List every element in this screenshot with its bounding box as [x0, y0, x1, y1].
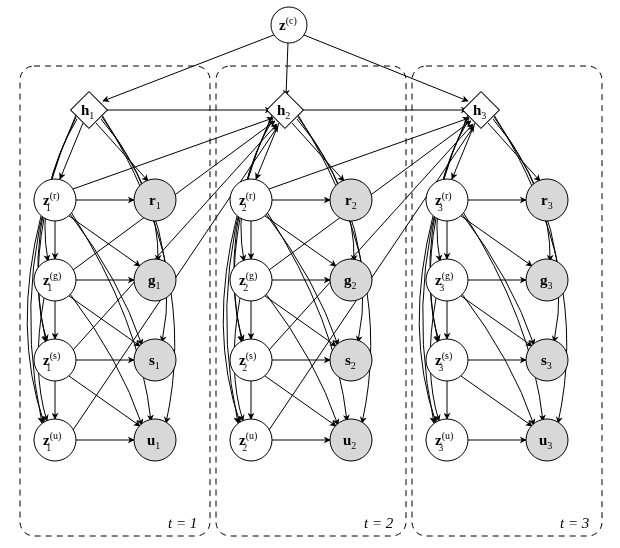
svg-line-0 [103, 33, 279, 101]
svg-line-47 [461, 376, 532, 426]
plate-label-t1: t = 1 [168, 515, 197, 531]
plate-label-t3: t = 3 [560, 515, 589, 531]
svg-line-19 [73, 124, 277, 350]
edges [27, 33, 567, 440]
svg-line-1 [286, 42, 288, 96]
svg-line-21 [256, 123, 279, 179]
svg-line-2 [299, 33, 468, 101]
node-h-1: h1 [71, 92, 108, 129]
svg-line-5 [60, 123, 83, 179]
svg-line-25 [265, 216, 336, 266]
svg-line-38 [488, 123, 540, 181]
plate-label-t2: t = 2 [364, 515, 394, 531]
svg-line-37 [452, 123, 475, 179]
svg-line-9 [69, 216, 140, 266]
svg-line-35 [269, 124, 473, 350]
graphical-model-diagram: z(c) h1 h2 h3 z(r)1 r1 z(g)1 g1 z(s)1 s1… [0, 0, 620, 548]
svg-line-41 [461, 216, 532, 266]
svg-line-44 [461, 296, 532, 346]
svg-line-28 [265, 296, 336, 346]
svg-line-12 [69, 296, 140, 346]
svg-line-22 [292, 123, 344, 181]
svg-line-6 [96, 123, 148, 181]
